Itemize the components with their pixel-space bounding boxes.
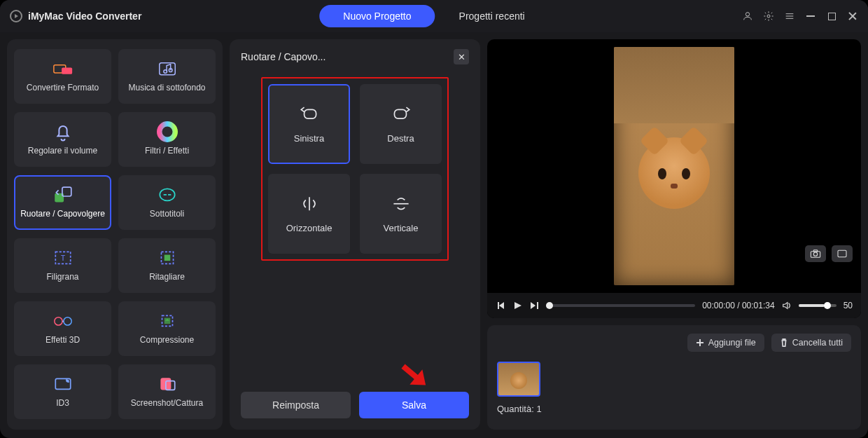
snapshot-button[interactable] (805, 245, 826, 262)
app-logo-icon (10, 10, 22, 22)
add-file-label: Aggiungi file (708, 338, 756, 348)
sidebar-item-rotate-flip[interactable]: Ruotare / Capovolgere (14, 175, 111, 230)
tab-new-project[interactable]: Nuovo Progetto (319, 5, 435, 27)
sidebar-item-filters[interactable]: Filtri / Effetti (118, 112, 216, 167)
highlight-frame: Sinistra Destra Orizzontale Verticale (261, 77, 449, 261)
video-preview: 00:00:00 / 00:01:34 50 (487, 39, 861, 318)
compress-icon (157, 313, 178, 329)
quantity-label: Quantità: 1 (497, 404, 851, 414)
rotate-icon (52, 186, 74, 203)
rotate-panel: Ruotare / Capovo... ✕ Sinistra Destra O (230, 39, 480, 430)
time-display: 00:00:00 / 00:01:34 (702, 301, 774, 310)
clear-all-label: Cancella tutti (792, 338, 843, 348)
sidebar-item-label: Ritagliare (149, 272, 185, 282)
sidebar-item-label: Ruotare / Capovolgere (20, 209, 105, 219)
rotate-right-icon (389, 105, 413, 123)
clear-all-button[interactable]: Cancella tutti (771, 334, 851, 352)
preview-frame-image (614, 47, 734, 285)
top-tabs: Nuovo Progetto Progetti recenti (319, 5, 548, 27)
volume-value: 50 (844, 301, 853, 310)
titlebar: iMyMac Video Converter Nuovo Progetto Pr… (0, 0, 868, 32)
svg-marker-25 (397, 359, 432, 392)
screenshot-icon (157, 376, 178, 392)
titlebar-actions (742, 11, 858, 22)
svg-text:T: T (60, 254, 65, 262)
window-close-icon[interactable] (847, 11, 858, 22)
rotate-left-icon (298, 105, 321, 123)
svg-point-16 (63, 317, 71, 324)
prev-button[interactable] (496, 301, 505, 310)
next-button[interactable] (529, 301, 539, 310)
add-file-button[interactable]: Aggiungi file (687, 334, 764, 352)
crop-icon (157, 249, 178, 266)
flip-horizontal-icon (298, 195, 321, 213)
account-icon[interactable] (742, 11, 753, 22)
sidebar-item-background-music[interactable]: Musica di sottofondo (118, 49, 216, 104)
menu-icon[interactable] (784, 11, 795, 22)
flip-option-horizontal[interactable]: Orizzontale (268, 174, 350, 254)
svg-rect-23 (304, 109, 316, 118)
rotate-option-label: Verticale (384, 223, 419, 233)
svg-point-15 (54, 317, 62, 324)
sidebar-item-crop[interactable]: Ritagliare (118, 238, 216, 293)
sidebar-item-label: Filtri / Effetti (145, 146, 189, 156)
svg-point-8 (159, 124, 175, 140)
rotate-option-label: Sinistra (294, 133, 324, 144)
flip-vertical-icon (389, 195, 413, 213)
panel-title: Ruotare / Capovo... (241, 51, 326, 62)
sidebar-item-label: ID3 (56, 398, 69, 408)
music-icon (157, 60, 178, 77)
svg-rect-3 (62, 67, 72, 74)
sidebar-item-label: Sottotitoli (150, 209, 184, 219)
window-minimize-icon[interactable] (805, 11, 816, 22)
rotate-option-label: Destra (387, 133, 414, 144)
svg-point-27 (813, 252, 817, 256)
sidebar-item-label: Effetti 3D (46, 335, 80, 345)
settings-icon[interactable] (763, 11, 774, 22)
bell-icon (52, 123, 74, 140)
volume-slider[interactable] (799, 304, 836, 307)
sidebar-item-label: Musica di sottofondo (128, 83, 205, 93)
volume-icon[interactable] (782, 301, 792, 310)
play-button[interactable] (512, 301, 522, 310)
rotate-option-label: Orizzontale (286, 223, 332, 233)
svg-rect-28 (813, 250, 817, 252)
sidebar-item-label: Regolare il volume (28, 146, 97, 156)
plus-icon (696, 338, 704, 347)
panel-close-button[interactable]: ✕ (454, 49, 469, 64)
svg-rect-18 (164, 318, 170, 324)
svg-rect-24 (394, 109, 406, 118)
tab-recent-projects[interactable]: Progetti recenti (435, 5, 549, 27)
svg-point-1 (767, 15, 770, 18)
flip-option-vertical[interactable]: Verticale (360, 174, 442, 254)
color-wheel-icon (157, 123, 178, 140)
svg-rect-29 (838, 250, 846, 256)
file-thumbnail[interactable] (497, 362, 540, 397)
rotate-option-left[interactable]: Sinistra (268, 84, 350, 164)
seek-slider[interactable] (546, 304, 695, 307)
sidebar-item-volume[interactable]: Regolare il volume (14, 112, 111, 167)
main-body: Convertire Formato Musica di sottofondo … (0, 32, 868, 438)
rotate-option-right[interactable]: Destra (360, 84, 442, 164)
svg-rect-14 (164, 255, 170, 261)
sidebar-item-label: Screenshot/Cattura (131, 398, 203, 408)
right-column: 00:00:00 / 00:01:34 50 Aggiungi file Can… (487, 39, 861, 430)
sidebar-item-watermark[interactable]: T Filigrana (14, 238, 111, 293)
sidebar-item-compression[interactable]: Compressione (118, 301, 216, 356)
svg-rect-4 (159, 63, 175, 75)
reset-button[interactable]: Reimposta (241, 392, 351, 418)
sidebar-item-id3[interactable]: ID3 (14, 364, 111, 419)
trash-icon (780, 338, 788, 347)
window-maximize-icon[interactable] (826, 11, 837, 22)
file-box: Aggiungi file Cancella tutti Quantità: 1 (487, 325, 861, 430)
svg-point-0 (746, 13, 749, 16)
app-title: iMyMac Video Converter (28, 11, 141, 22)
sidebar-item-label: Compressione (140, 335, 194, 345)
sidebar-item-screenshot[interactable]: Screenshot/Cattura (118, 364, 216, 419)
preview-stage (487, 39, 861, 293)
fullscreen-button[interactable] (832, 245, 853, 262)
sidebar-item-convert-format[interactable]: Convertire Formato (14, 49, 111, 104)
sidebar-item-3d-effects[interactable]: Effetti 3D (14, 301, 111, 356)
glasses-3d-icon (52, 313, 74, 329)
sidebar-item-subtitles[interactable]: Sottotitoli (118, 175, 216, 230)
